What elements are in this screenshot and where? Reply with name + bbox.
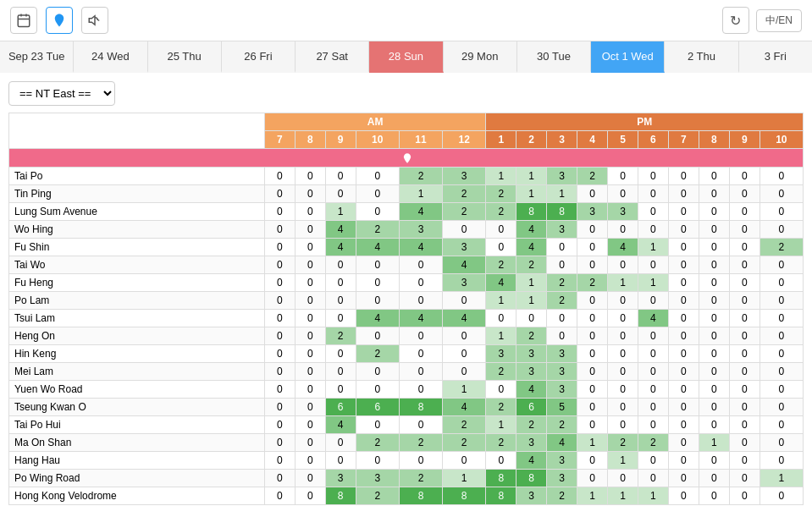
am-cell: 0: [399, 344, 442, 362]
date-nav-item[interactable]: 25 Thu: [148, 41, 222, 73]
am-cell: 0: [356, 256, 399, 273]
am-cell: 0: [264, 202, 295, 220]
pm-cell: 0: [668, 309, 699, 327]
pm-cell: 1: [577, 433, 608, 451]
pm-cell: 0: [638, 184, 668, 202]
am-cell: 0: [264, 291, 295, 309]
pm-cell: 0: [486, 238, 516, 256]
pm-cell: 1: [516, 273, 547, 291]
am-cell: 2: [356, 487, 399, 504]
am-cell: 2: [399, 469, 442, 487]
pm-cell: 4: [608, 238, 638, 256]
pm-cell: 0: [760, 362, 803, 380]
date-nav-item[interactable]: 2 Thu: [665, 41, 738, 73]
am-cell: 0: [264, 380, 295, 398]
pm-cell: 0: [577, 380, 608, 398]
pm-cell: 0: [668, 469, 699, 487]
pm-cell: 0: [577, 238, 608, 256]
am-cell: 0: [443, 362, 486, 380]
megaphone-icon-btn[interactable]: [81, 7, 108, 34]
pm-hour-header: 10: [760, 131, 803, 149]
pm-cell: 2: [516, 256, 547, 273]
main-content: == NT East ==== NT West ==HK IslandKowlo…: [0, 73, 812, 506]
am-cell: 3: [399, 220, 442, 238]
pm-hour-header: 7: [668, 131, 699, 149]
pm-cell: 1: [608, 451, 638, 469]
station-name: Hang Hau: [9, 451, 265, 469]
am-cell: 0: [295, 309, 325, 327]
pm-cell: 0: [729, 380, 760, 398]
am-cell: 0: [325, 167, 356, 184]
pm-cell: 1: [516, 184, 547, 202]
language-button[interactable]: 中/EN: [756, 9, 802, 32]
table-row: Hin Keng0002003330000000: [9, 344, 804, 362]
station-name: Tai Wo: [9, 256, 265, 273]
date-nav-item[interactable]: 30 Tue: [517, 41, 591, 73]
am-hour-header: 12: [443, 131, 486, 149]
date-nav-item[interactable]: 29 Mon: [444, 41, 517, 73]
region-select[interactable]: == NT East ==== NT West ==HK IslandKowlo…: [8, 81, 115, 106]
pm-cell: 0: [729, 202, 760, 220]
table-row: Mei Lam0000002330000000: [9, 362, 804, 380]
pm-cell: 0: [729, 273, 760, 291]
pm-cell: 0: [699, 309, 729, 327]
am-cell: 0: [356, 415, 399, 433]
date-nav-item[interactable]: 26 Fri: [222, 41, 296, 73]
pm-cell: 4: [486, 273, 516, 291]
pm-cell: 0: [668, 167, 699, 184]
pm-cell: 0: [729, 415, 760, 433]
calendar-icon-btn[interactable]: [10, 7, 37, 34]
pm-cell: 0: [638, 167, 668, 184]
table-row: Hang Hau0000000430100000: [9, 451, 804, 469]
date-nav-item[interactable]: 27 Sat: [296, 41, 369, 73]
pm-cell: 0: [760, 202, 803, 220]
pm-cell: 4: [516, 380, 547, 398]
am-cell: 0: [399, 415, 442, 433]
date-nav-item[interactable]: Sep 23 Tue: [0, 41, 74, 73]
pm-cell: 0: [547, 309, 577, 327]
am-cell: 8: [443, 487, 486, 504]
pm-cell: 3: [516, 487, 547, 504]
am-cell: 0: [264, 451, 295, 469]
pm-cell: 0: [699, 469, 729, 487]
pm-cell: 1: [638, 238, 668, 256]
am-cell: 8: [399, 487, 442, 504]
pm-cell: 8: [516, 202, 547, 220]
date-nav-item[interactable]: Oct 1 Wed: [591, 41, 665, 73]
pm-cell: 0: [760, 309, 803, 327]
am-cell: 2: [443, 433, 486, 451]
refresh-button[interactable]: ↻: [722, 7, 749, 34]
table-row: Tin Ping0000122110000000: [9, 184, 804, 202]
am-cell: 0: [325, 291, 356, 309]
am-cell: 0: [264, 273, 295, 291]
pm-cell: 1: [577, 487, 608, 504]
pm-cell: 2: [486, 398, 516, 415]
pm-cell: 0: [577, 362, 608, 380]
pm-cell: 0: [699, 398, 729, 415]
am-cell: 0: [443, 220, 486, 238]
station-name: Wo Hing: [9, 220, 265, 238]
am-cell: 0: [399, 273, 442, 291]
date-nav-item[interactable]: 24 Wed: [74, 41, 147, 73]
pm-cell: 0: [608, 291, 638, 309]
pm-cell: 0: [760, 273, 803, 291]
pm-cell: 2: [760, 238, 803, 256]
pm-cell: 0: [729, 344, 760, 362]
location-icon-btn[interactable]: [46, 7, 73, 34]
pm-cell: 0: [638, 344, 668, 362]
table-row: Yuen Wo Road0000010430000000: [9, 380, 804, 398]
pm-cell: 1: [608, 487, 638, 504]
am-cell: 0: [264, 220, 295, 238]
am-cell: 4: [399, 309, 442, 327]
date-nav-item[interactable]: 3 Fri: [739, 41, 812, 73]
pm-cell: 0: [608, 398, 638, 415]
pm-cell: 1: [608, 273, 638, 291]
am-cell: 0: [264, 167, 295, 184]
am-cell: 0: [356, 327, 399, 344]
am-cell: 3: [443, 167, 486, 184]
station-name: Tseung Kwan O: [9, 398, 265, 415]
pm-cell: 0: [699, 380, 729, 398]
station-name: Tin Ping: [9, 184, 265, 202]
date-nav-item[interactable]: 28 Sun: [369, 41, 443, 73]
pm-cell: 0: [638, 398, 668, 415]
